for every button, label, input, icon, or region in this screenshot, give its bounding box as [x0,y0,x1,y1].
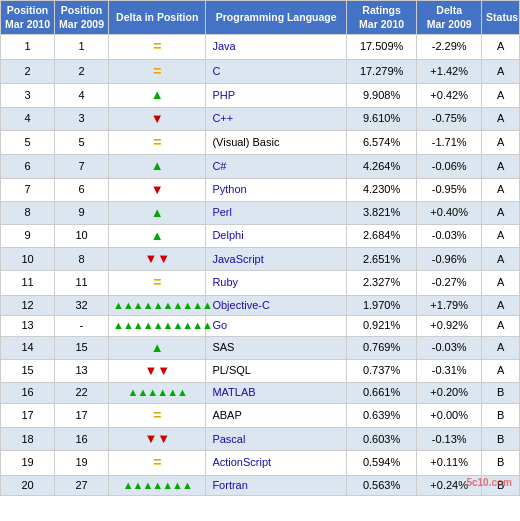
language-name: SAS [206,336,347,359]
language-name[interactable]: C [206,59,347,84]
pos-mar2009: 13 [55,359,109,382]
language-name[interactable]: ActionScript [206,451,347,476]
arrow-upmid-icon: ▲▲▲▲▲▲ [128,386,187,398]
language-name[interactable]: MATLAB [206,383,347,403]
pos-mar2009: 4 [55,84,109,107]
delta-position: = [109,59,206,84]
arrow-upmid2-icon: ▲▲▲▲▲▲▲ [123,479,192,491]
table-row: 7 6 ▼ Python 4.230% -0.95% A [1,178,520,201]
lang-link[interactable]: Objective-C [212,299,269,311]
delta-position: ▼▼ [109,428,206,451]
language-name[interactable]: Java [206,35,347,60]
table-row: 15 13 ▼▼ PL/SQL 0.737% -0.31% A [1,359,520,382]
equal-icon: = [153,38,161,54]
col-delta-rating: DeltaMar 2009 [417,1,482,35]
status-badge: B [482,451,520,476]
delta-position: = [109,403,206,428]
pos-mar2009: 6 [55,178,109,201]
pos-mar2010: 2 [1,59,55,84]
rating-value: 17.279% [346,59,416,84]
delta-rating: -0.75% [417,107,482,130]
table-row: 5 5 = (Visual) Basic 6.574% -1.71% A [1,130,520,155]
status-badge: A [482,35,520,60]
table-row: 12 32 ▲▲▲▲▲▲▲▲▲▲ Objective-C 1.970% +1.7… [1,295,520,315]
delta-rating: -0.13% [417,428,482,451]
rating-value: 0.737% [346,359,416,382]
delta-position: ▼ [109,107,206,130]
language-name[interactable]: Delphi [206,225,347,248]
language-name[interactable]: Fortran [206,475,347,495]
table-row: 1 1 = Java 17.509% -2.29% A [1,35,520,60]
pos-mar2009: 5 [55,130,109,155]
delta-rating: +0.20% [417,383,482,403]
pos-mar2009: 7 [55,155,109,178]
language-name[interactable]: JavaScript [206,248,347,271]
status-badge: A [482,359,520,382]
equal-icon: = [153,274,161,290]
lang-link[interactable]: C [212,65,220,77]
delta-rating: -0.06% [417,155,482,178]
watermark: 5c10.com [466,477,512,488]
delta-position: ▼▼ [109,248,206,271]
delta-rating: -0.03% [417,336,482,359]
lang-link[interactable]: Delphi [212,229,243,241]
table-row: 17 17 = ABAP 0.639% +0.00% B [1,403,520,428]
arrow-up-icon: ▲ [151,228,164,243]
equal-icon: = [153,63,161,79]
pos-mar2010: 1 [1,35,55,60]
pos-mar2010: 17 [1,403,55,428]
delta-rating: +1.79% [417,295,482,315]
language-name[interactable]: C# [206,155,347,178]
arrow-up-icon: ▲ [151,158,164,173]
language-name[interactable]: C++ [206,107,347,130]
arrow-upmany-icon: ▲▲▲▲▲▲▲▲▲▲ [113,299,212,311]
pos-mar2009: - [55,316,109,336]
rating-value: 9.908% [346,84,416,107]
arrow-up-icon: ▲ [151,340,164,355]
arrow-up-icon: ▲ [151,205,164,220]
language-name[interactable]: Ruby [206,271,347,296]
lang-link[interactable]: JavaScript [212,253,263,265]
lang-link[interactable]: Go [212,319,227,331]
arrow-upmany-icon: ▲▲▲▲▲▲▲▲▲▲ [113,319,212,331]
language-name[interactable]: Pascal [206,428,347,451]
rating-value: 0.594% [346,451,416,476]
delta-rating: +0.11% [417,451,482,476]
arrow-down-icon: ▼ [151,182,164,197]
lang-link[interactable]: Java [212,40,235,52]
lang-link[interactable]: Pascal [212,433,245,445]
pos-mar2010: 4 [1,107,55,130]
table-row: 16 22 ▲▲▲▲▲▲ MATLAB 0.661% +0.20% B [1,383,520,403]
language-name[interactable]: Go [206,316,347,336]
delta-position: ▲▲▲▲▲▲ [109,383,206,403]
status-badge: A [482,130,520,155]
rating-value: 3.821% [346,201,416,224]
language-name[interactable]: Python [206,178,347,201]
language-name[interactable]: Perl [206,201,347,224]
delta-position: ▲ [109,336,206,359]
delta-rating: +0.00% [417,403,482,428]
lang-link[interactable]: C# [212,160,226,172]
lang-link[interactable]: ActionScript [212,456,271,468]
status-badge: A [482,155,520,178]
lang-link[interactable]: Ruby [212,276,238,288]
status-badge: A [482,295,520,315]
pos-mar2009: 15 [55,336,109,359]
rating-value: 4.230% [346,178,416,201]
lang-link[interactable]: C++ [212,112,233,124]
pos-mar2010: 10 [1,248,55,271]
delta-rating: +0.92% [417,316,482,336]
lang-link[interactable]: Perl [212,206,232,218]
delta-rating: -2.29% [417,35,482,60]
rating-value: 6.574% [346,130,416,155]
delta-position: ▲ [109,225,206,248]
lang-link[interactable]: Fortran [212,479,247,491]
table-row: 11 11 = Ruby 2.327% -0.27% A [1,271,520,296]
language-name[interactable]: Objective-C [206,295,347,315]
delta-rating: +0.42% [417,84,482,107]
lang-link[interactable]: MATLAB [212,386,255,398]
lang-link[interactable]: Python [212,183,246,195]
lang-link[interactable]: PHP [212,89,235,101]
pos-mar2010: 14 [1,336,55,359]
language-name[interactable]: PHP [206,84,347,107]
